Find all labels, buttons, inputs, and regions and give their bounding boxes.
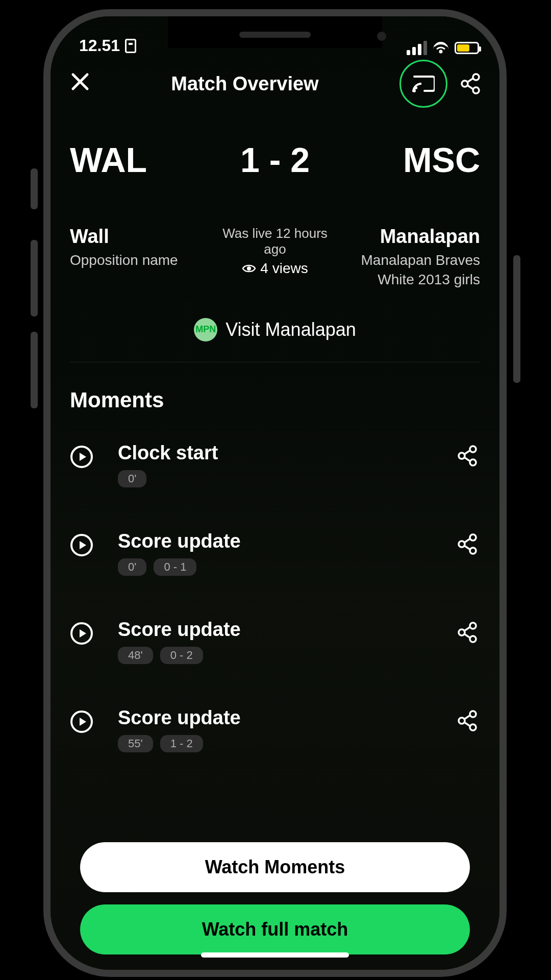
svg-point-6 [470,446,476,452]
team-badge: MPN [194,318,217,341]
status-time: 12.51 [79,36,120,55]
eye-icon [242,263,256,274]
share-button[interactable] [461,73,480,94]
moment-time-chip: 0' [118,470,146,487]
moment-row: Clock start0' [70,428,480,516]
home-indicator[interactable] [201,952,349,958]
phone-camera [377,32,386,41]
watch-moments-button[interactable]: Watch Moments [80,842,470,892]
share-moment-button[interactable] [458,622,480,645]
away-team-name: Wall [70,226,200,248]
moment-time-chip: 0' [118,558,146,576]
phone-side-button [31,332,38,408]
moment-title: Score update [118,530,433,552]
away-abbr: WAL [70,140,147,180]
moment-title: Clock start [118,442,433,464]
moment-title: Score update [118,619,433,641]
share-moment-button[interactable] [458,533,480,557]
share-moment-button[interactable] [458,445,480,469]
svg-point-1 [473,74,479,80]
share-icon [461,73,480,94]
score-row: WAL 1 - 2 MSC [70,109,480,180]
moment-time-chip: 55' [118,735,153,752]
phone-speaker [239,32,311,38]
moment-title: Score update [118,707,433,729]
play-moment-button[interactable] [70,533,93,557]
cast-button[interactable] [399,60,447,108]
view-count: 4 views [260,260,308,277]
watch-full-match-button[interactable]: Watch full match [80,904,470,954]
phone-frame: 12.51 Match Overview [43,9,507,977]
moment-time-chip: 48' [118,647,153,664]
sim-icon [125,39,136,53]
page-title: Match Overview [171,73,318,95]
moment-score-chip: 0 - 2 [160,647,203,664]
svg-point-16 [470,636,476,642]
svg-point-18 [470,711,476,717]
moment-row: Score update55'1 - 2 [70,693,480,781]
svg-point-3 [473,87,479,93]
svg-point-12 [470,548,476,554]
live-status: Was live 12 hours ago [210,226,340,257]
share-moment-button[interactable] [458,710,480,733]
teams-info-row: Wall Opposition name Was live 12 hours a… [70,180,480,289]
cellular-icon [407,41,427,55]
svg-point-15 [459,629,465,635]
svg-point-19 [459,718,465,724]
away-team-sub: Opposition name [70,251,200,270]
play-moment-button[interactable] [70,445,93,469]
wifi-icon [433,42,448,54]
svg-point-14 [470,623,476,629]
phone-side-button [513,255,520,383]
moment-row: Score update48'0 - 2 [70,604,480,693]
close-button[interactable] [70,71,90,96]
svg-point-0 [413,89,416,92]
moment-row: Score update0'0 - 1 [70,516,480,604]
svg-point-8 [470,459,476,465]
app-screen: 12.51 Match Overview [51,16,499,970]
cast-icon [412,75,435,93]
visit-team-label: Visit Manalapan [226,319,356,340]
home-team-name: Manalapan [350,226,480,248]
visit-team-link[interactable]: MPN Visit Manalapan [70,289,480,362]
moment-score-chip: 1 - 2 [160,735,203,752]
top-nav: Match Overview [51,58,499,109]
phone-side-button [31,240,38,316]
home-team-sub: Manalapan Braves White 2013 girls [350,251,480,289]
battery-icon [455,42,479,54]
phone-side-button [31,168,38,209]
moment-score-chip: 0 - 1 [154,558,196,576]
home-abbr: MSC [403,140,480,180]
svg-point-4 [247,266,251,271]
play-moment-button[interactable] [70,710,93,733]
svg-point-11 [459,541,465,547]
play-moment-button[interactable] [70,622,93,645]
svg-point-20 [470,724,476,730]
match-score: 1 - 2 [240,140,310,180]
moments-heading: Moments [70,362,480,428]
svg-point-10 [470,534,476,541]
